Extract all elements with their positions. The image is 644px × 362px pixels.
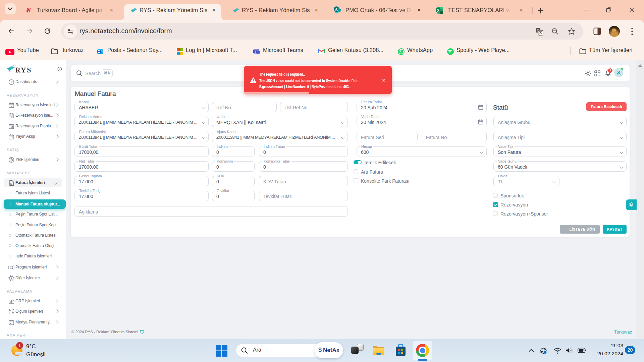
- svg-text:T: T: [254, 50, 256, 53]
- svg-text:S: S: [335, 8, 338, 12]
- svg-text:$: $: [10, 182, 12, 185]
- svg-text:X: X: [437, 8, 440, 12]
